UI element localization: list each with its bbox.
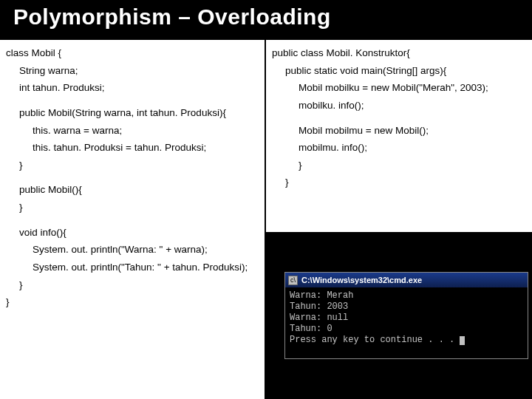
code-line: System. out. println("Warna: " + warna); <box>6 241 259 259</box>
code-block-konstruktor: public class Mobil. Konstruktor{ public … <box>272 44 526 191</box>
console-line: Warna: null <box>290 313 348 323</box>
console-title: C:\Windows\system32\cmd.exe <box>301 276 422 284</box>
code-line: void info(){ <box>6 224 259 242</box>
code-line: int tahun. Produksi; <box>6 79 259 97</box>
console-line: Warna: Merah <box>290 290 353 301</box>
code-line: } <box>6 293 259 311</box>
console-titlebar: c\ C:\Windows\system32\cmd.exe <box>285 273 528 287</box>
console-line: Tahun: 2003 <box>290 301 348 312</box>
cmd-icon: c\ <box>288 276 298 285</box>
console-line: Tahun: 0 <box>290 324 332 334</box>
console-window: c\ C:\Windows\system32\cmd.exe Warna: Me… <box>284 272 528 359</box>
console-line: Press any key to continue . . . <box>290 335 460 345</box>
code-line: public Mobil(String warna, int tahun. Pr… <box>6 104 259 122</box>
code-line: Mobil mobilku = new Mobil("Merah", 2003)… <box>272 79 526 97</box>
slide-title: Polymorphism – Overloading <box>0 0 532 37</box>
code-block-mobil: class Mobil { String warna; int tahun. P… <box>6 44 259 311</box>
code-line: String warna; <box>6 62 259 80</box>
cursor-icon <box>460 336 465 345</box>
code-line: mobilmu. info(); <box>272 139 526 157</box>
console-output: Warna: Merah Tahun: 2003 Warna: null Tah… <box>285 287 528 349</box>
code-line: public class Mobil. Konstruktor{ <box>272 44 526 62</box>
code-panel-right: public class Mobil. Konstruktor{ public … <box>266 40 532 232</box>
code-line: Mobil mobilmu = new Mobil(); <box>272 122 526 140</box>
code-line: } <box>6 199 259 216</box>
code-line: this. warna = warna; <box>6 122 259 140</box>
code-line: } <box>272 174 526 191</box>
code-line: } <box>272 157 526 174</box>
code-line: this. tahun. Produksi = tahun. Produksi; <box>6 139 259 157</box>
code-line: } <box>6 276 259 294</box>
code-line: class Mobil { <box>6 44 259 62</box>
code-panel-left: class Mobil { String warna; int tahun. P… <box>0 40 265 399</box>
code-line: mobilku. info(); <box>272 97 526 115</box>
code-line: } <box>6 157 259 174</box>
code-line: public static void main(String[] args){ <box>272 62 526 80</box>
code-line: public Mobil(){ <box>6 181 259 199</box>
code-line: System. out. println("Tahun: " + tahun. … <box>6 259 259 276</box>
